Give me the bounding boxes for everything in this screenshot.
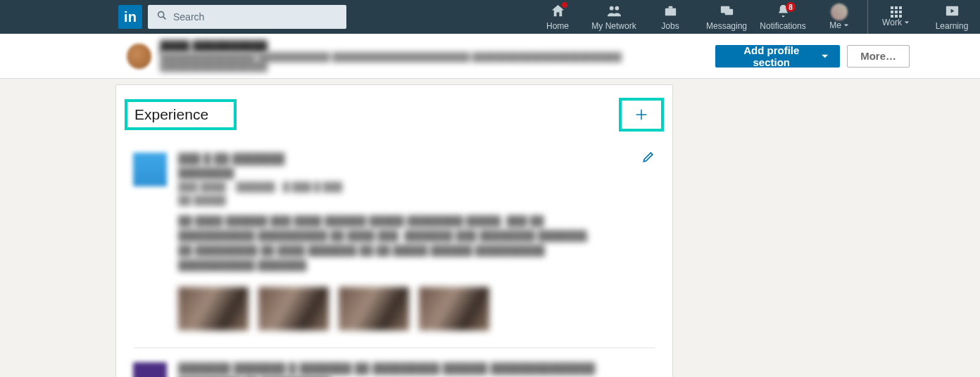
experience-location: ██ █████ [178,195,655,205]
nav-label: Work [882,18,910,27]
experience-description: ██ ████ ██████ ███ ████ ██████ █████-███… [178,214,601,273]
messaging-icon [719,3,735,21]
svg-point-2 [609,6,613,11]
profile-tagline: ████████████████ ████████████ ██████████… [160,52,715,72]
nav-label: Home [546,21,569,31]
me-avatar [831,4,848,20]
card-header: Experience [133,98,655,132]
linkedin-logo[interactable]: in [118,5,142,29]
add-experience-button[interactable] [633,106,650,123]
media-thumbnail[interactable] [178,287,249,331]
experience-title-highlight: Experience [125,99,237,130]
search-box[interactable] [148,5,346,29]
svg-rect-4 [665,8,675,16]
nav-network[interactable]: My Network [586,0,642,34]
experience-item: ███████ ███████ █ ███████ ██ █████████ █… [133,347,655,377]
svg-rect-6 [724,9,733,15]
nav-label: Me [829,20,849,30]
main-wrap: Experience ███ █ ██-███████ ████████ ███… [0,79,980,377]
global-nav: in Home My Network Jobs [0,0,980,34]
experience-body: ███ █ ██-███████ ████████ ███ ████ – ███… [178,153,655,331]
company-logo[interactable] [133,153,167,186]
waffle-icon [891,6,902,18]
media-thumbnail[interactable] [258,287,329,331]
sub-bar-actions: Add profile section More… [715,45,910,68]
chevron-down-icon [904,20,910,25]
svg-line-1 [163,17,166,20]
nav-label: Learning [936,21,969,31]
nav-notifications[interactable]: 8 Notifications [755,0,811,34]
experience-card: Experience ███ █ ██-███████ ████████ ███… [115,84,673,377]
nav-label: Jobs [661,21,679,31]
network-icon [606,3,622,21]
more-button[interactable]: More… [847,45,910,68]
avatar[interactable] [127,44,151,69]
add-experience-highlight [619,98,664,132]
learning-icon [944,3,960,21]
profile-name: ████ ██████████ [160,40,715,52]
experience-item: ███ █ ██-███████ ████████ ███ ████ – ███… [133,146,655,347]
svg-point-0 [158,12,164,18]
nav-me[interactable]: Me [811,0,867,34]
nav-messaging[interactable]: Messaging [698,0,755,34]
experience-company: ████████ [178,167,655,179]
nav-label: Notifications [760,21,805,31]
experience-title: Experience [134,106,208,123]
plus-icon [634,107,649,122]
add-profile-section-button[interactable]: Add profile section [715,45,841,68]
home-badge-dot [562,2,567,8]
experience-role: ███ █ ██-███████ [178,153,655,165]
nav-work[interactable]: Work [867,0,924,34]
profile-sticky-bar: ████ ██████████ ████████████████ ███████… [0,34,980,79]
svg-point-3 [615,6,619,11]
experience-dates: ███ ████ – ██████ · █ ███ █ ███ [178,181,655,192]
notifications-badge: 8 [786,2,796,12]
jobs-icon [662,3,679,21]
profile-head-text: ████ ██████████ ████████████████ ███████… [160,40,715,72]
media-thumbnail[interactable] [339,287,409,331]
company-logo[interactable] [133,362,167,377]
experience-body: ███████ ███████ █ ███████ ██ █████████ █… [178,362,655,377]
nav-jobs[interactable]: Jobs [642,0,698,34]
nav-label: My Network [591,21,636,31]
chevron-down-icon [821,52,829,60]
nav-home[interactable]: Home [529,0,586,34]
search-icon [156,10,168,24]
search-input[interactable] [148,5,346,29]
nav-learning[interactable]: Learning [924,0,980,34]
nav-label: Messaging [706,21,747,31]
chevron-down-icon [843,23,849,28]
nav-items: Home My Network Jobs Messaging 8 N [529,0,980,34]
media-thumbnails [178,287,655,331]
experience-role: ███████ ███████ █ ███████ ██ █████████ █… [178,362,655,374]
media-thumbnail[interactable] [419,287,489,331]
